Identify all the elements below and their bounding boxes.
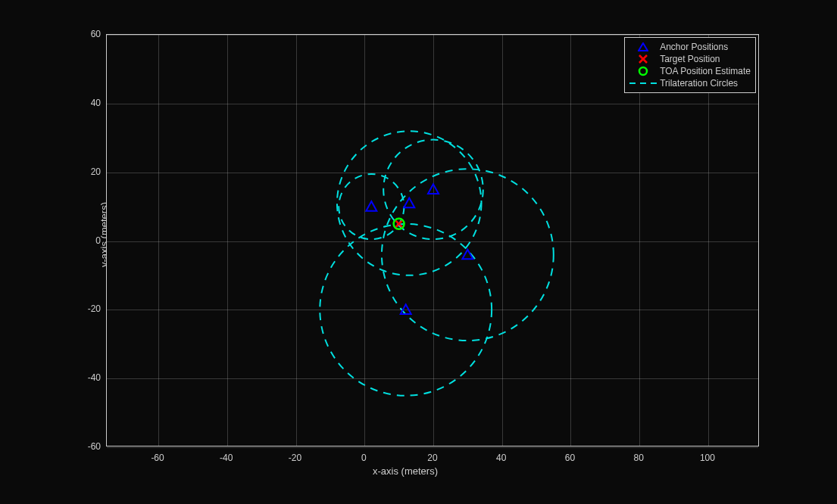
- x-tick-label: -20: [289, 453, 301, 463]
- legend-item-circles: Trilateration Circles: [629, 77, 751, 89]
- circle-icon: [629, 66, 657, 76]
- legend-label: Trilateration Circles: [660, 78, 738, 89]
- trilateration-circle: [337, 131, 482, 275]
- anchor-marker: [428, 184, 439, 194]
- trilateration-circle: [382, 169, 554, 341]
- chart-canvas: [107, 35, 758, 446]
- y-tick-label: 60: [91, 29, 101, 39]
- y-tick-label: -40: [88, 372, 101, 383]
- y-tick-label: -20: [88, 303, 101, 314]
- legend: Anchor Positions Target Position TOA Pos…: [624, 37, 756, 93]
- x-tick-label: 0: [361, 453, 367, 463]
- x-tick-label: 20: [427, 453, 437, 463]
- svg-marker-0: [639, 43, 648, 51]
- y-tick-label: 20: [91, 166, 101, 177]
- legend-label: Target Position: [660, 54, 720, 64]
- x-tick-label: 40: [496, 453, 506, 463]
- x-tick-label: -40: [220, 453, 233, 463]
- x-tick-label: 80: [634, 453, 644, 463]
- anchor-marker: [404, 198, 414, 208]
- trilateration-circle: [339, 174, 404, 239]
- legend-item-anchors: Anchor Positions: [629, 41, 751, 53]
- y-tick-label: 0: [95, 235, 101, 246]
- y-tick-label: 40: [91, 98, 101, 108]
- triangle-icon: [629, 42, 657, 52]
- legend-item-estimate: TOA Position Estimate: [629, 65, 751, 77]
- legend-label: TOA Position Estimate: [660, 66, 751, 76]
- plot-area: Anchor Positions Target Position TOA Pos…: [106, 34, 759, 446]
- y-tick-label: -60: [88, 441, 101, 452]
- legend-item-target: Target Position: [629, 53, 751, 65]
- dashed-line-icon: [629, 78, 657, 89]
- x-icon: [629, 54, 657, 64]
- legend-label: Anchor Positions: [660, 42, 728, 52]
- x-tick-label: 100: [700, 453, 715, 463]
- trilateration-circle: [320, 224, 492, 396]
- x-axis-label: x-axis (meters): [373, 465, 438, 477]
- x-tick-label: -60: [151, 453, 164, 463]
- svg-point-3: [639, 67, 647, 75]
- anchor-marker: [366, 201, 376, 211]
- x-tick-label: 60: [565, 453, 575, 463]
